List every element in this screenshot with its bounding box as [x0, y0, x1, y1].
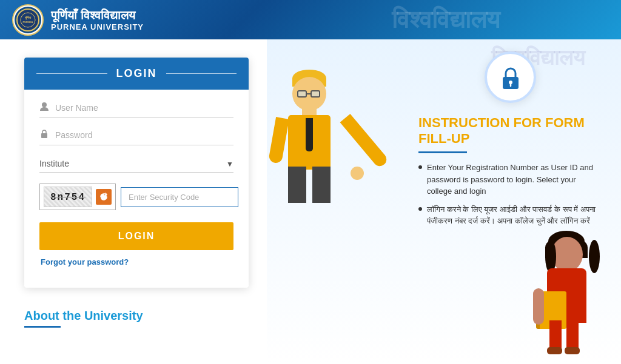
girl-arm	[533, 288, 544, 325]
lock-circle	[485, 51, 536, 103]
girl-shoe-right	[565, 347, 580, 354]
logo-area: पूर्णिया PURNEA पूर्णियाँ विश्वविद्यालय …	[12, 4, 144, 36]
university-hindi-name: पूर्णियाँ विश्वविद्यालय	[51, 8, 144, 22]
logo-inner: पूर्णिया PURNEA	[15, 7, 41, 33]
login-header: LOGIN	[24, 58, 249, 90]
char-hand-right	[351, 167, 364, 180]
svg-point-4	[42, 102, 47, 107]
lock-icon	[39, 129, 49, 141]
char-tie	[306, 118, 313, 151]
main-content: LOGIN	[0, 39, 621, 364]
header-line-left	[36, 73, 107, 74]
university-english-name: PURNEA UNIVERSITY	[51, 22, 144, 31]
char-pants-left	[288, 167, 306, 203]
glasses-bridge	[307, 93, 310, 94]
login-card: LOGIN	[24, 58, 249, 288]
about-underline	[24, 326, 61, 328]
glasses-right	[310, 90, 320, 98]
captcha-row: 8n754	[39, 184, 233, 210]
char-arm-left	[268, 117, 289, 164]
institute-wrapper: Institute ▼	[39, 156, 233, 172]
svg-text:पूर्णिया: पूर्णिया	[24, 16, 32, 20]
char-pants-right	[312, 167, 331, 203]
svg-point-0	[17, 9, 39, 31]
captcha-refresh-button[interactable]	[96, 189, 112, 205]
header-watermark: विश्वविद्यालय	[392, 6, 500, 34]
username-input[interactable]	[55, 103, 233, 113]
instruction-text-1: Enter Your Registration Number as User I…	[427, 162, 603, 197]
chevron-down-icon: ▼	[226, 160, 233, 168]
girl-area	[530, 231, 621, 364]
about-label-static: About the	[24, 309, 84, 322]
institute-group: Institute ▼	[39, 156, 233, 173]
character-figure	[279, 64, 340, 215]
lock-area	[400, 51, 621, 103]
character-area	[267, 45, 400, 227]
svg-rect-5	[41, 133, 47, 138]
password-input[interactable]	[55, 130, 233, 140]
right-content: INSTRUCTION FOR FORM FILL-UP Enter Your …	[267, 39, 621, 364]
instruction-item-1: Enter Your Registration Number as User I…	[418, 162, 603, 197]
user-icon	[39, 102, 49, 114]
bullet-1	[418, 165, 422, 169]
security-code-input[interactable]	[121, 187, 238, 207]
forgot-password-link[interactable]: Forgot your password?	[39, 257, 233, 266]
header-line-right	[166, 73, 237, 74]
right-panel: विश्वविद्यालय	[267, 39, 621, 364]
institute-select[interactable]: Institute	[39, 156, 226, 172]
girl-leg-left	[549, 320, 562, 351]
char-arm-right	[340, 114, 389, 169]
instructions-divider	[418, 151, 467, 153]
login-form: Institute ▼ 8n754	[24, 90, 249, 273]
char-head	[292, 77, 326, 111]
about-label-colored: University	[84, 309, 143, 322]
bullet-2	[418, 207, 422, 211]
header: पूर्णिया PURNEA पूर्णियाँ विश्वविद्यालय …	[0, 0, 621, 39]
login-button[interactable]: LOGIN	[39, 222, 233, 250]
instructions-box: INSTRUCTION FOR FORM FILL-UP Enter Your …	[406, 103, 621, 245]
glasses-left	[297, 90, 307, 98]
captcha-box: 8n754	[39, 184, 116, 210]
captcha-text: 8n754	[50, 192, 86, 203]
girl-shoe-left	[547, 347, 562, 354]
about-section: About the University	[0, 300, 267, 337]
girl-hair-right	[589, 240, 600, 273]
girl-figure	[530, 231, 609, 364]
captcha-image: 8n754	[44, 187, 92, 207]
logo-image: पूर्णिया PURNEA	[12, 4, 44, 36]
instruction-item-2: लॉगिन करने के लिए यूजर आईडी और पासवर्ड क…	[418, 204, 603, 227]
password-group	[39, 129, 233, 145]
username-group	[39, 102, 233, 118]
instructions-title: INSTRUCTION FOR FORM FILL-UP	[418, 115, 603, 147]
instruction-text-2: लॉगिन करने के लिए यूजर आईडी और पासवर्ड क…	[427, 204, 603, 227]
login-title: LOGIN	[116, 67, 157, 80]
about-title: About the University	[24, 309, 243, 323]
university-name: पूर्णियाँ विश्वविद्यालय PURNEA UNIVERSIT…	[51, 8, 144, 31]
left-panel: LOGIN	[0, 39, 267, 364]
svg-text:PURNEA: PURNEA	[23, 21, 33, 24]
lock-icon	[498, 65, 523, 90]
girl-leg-right	[566, 320, 579, 351]
